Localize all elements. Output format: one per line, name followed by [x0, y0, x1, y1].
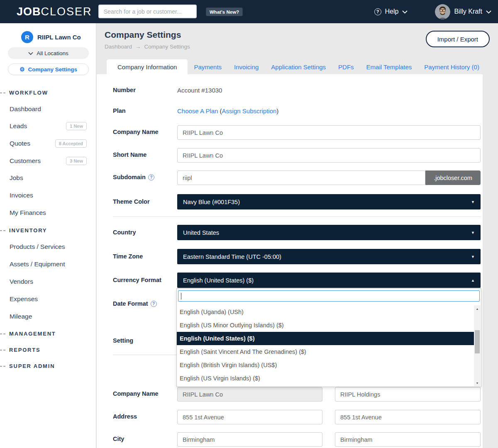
sidebar-item-invoices[interactable]: Invoices — [10, 192, 87, 199]
tab-invoicing[interactable]: Invoicing — [228, 59, 265, 74]
short-name-label: Short Name — [113, 151, 146, 158]
city-left-input[interactable] — [177, 432, 322, 447]
sidebar-section-super-admin[interactable]: SUPER ADMIN — [0, 363, 55, 369]
sidebar-section-workflow[interactable]: WORKFLOW — [0, 90, 48, 96]
tab-application-settings[interactable]: Application Settings — [265, 59, 332, 74]
company-settings-button[interactable]: ⚙ Company Settings — [8, 63, 89, 75]
text-cursor — [181, 293, 181, 299]
currency-format-label: Currency Format — [113, 277, 161, 283]
scroll-up-icon[interactable]: ▲ — [474, 305, 481, 312]
caret-down-icon: ▼ — [471, 255, 475, 259]
caret-down-icon: ▼ — [471, 200, 475, 204]
tab-payment-history[interactable]: Payment History (0) — [418, 59, 486, 74]
caret-down-icon: ▼ — [471, 231, 475, 235]
theme-color-select[interactable]: Navy Blue (#001F35) ▼ — [177, 194, 481, 209]
section-dash-icon — [0, 350, 5, 351]
user-menu[interactable]: Billy Kraft — [435, 4, 491, 19]
sidebar-item-my-finances[interactable]: My Finances — [10, 209, 87, 217]
sidebar-item-assets-equipment[interactable]: Assets / Equipment — [10, 261, 87, 268]
tab-bar: Company Information Payments Invoicing A… — [107, 59, 486, 74]
all-locations-label: All Locations — [37, 50, 68, 56]
leads-badge: 1 New — [66, 122, 87, 130]
import-export-button[interactable]: Import / Export — [426, 31, 490, 47]
customers-badge: 3 New — [66, 157, 87, 165]
tab-payments[interactable]: Payments — [188, 59, 228, 74]
whats-new-button[interactable]: What's New? — [206, 7, 243, 16]
time-zone-select[interactable]: Eastern Standard Time (UTC -05:00) ▼ — [177, 249, 481, 264]
currency-format-select[interactable]: English (United States) ($) ▲ — [177, 273, 481, 288]
currency-dropdown-panel: English (Uganda) (USh) English (US Minor… — [176, 288, 481, 387]
help-icon: ? — [374, 8, 381, 15]
company-name-right-input[interactable] — [335, 387, 481, 402]
tab-pdfs[interactable]: PDFs — [332, 59, 360, 74]
company-name-input[interactable] — [177, 125, 481, 140]
company-name-2-label: Company Name — [113, 390, 159, 397]
currency-option-selected[interactable]: English (United States) ($) — [177, 332, 474, 345]
sidebar-item-dashboard[interactable]: Dashboard — [10, 105, 87, 113]
scrollbar-thumb[interactable] — [475, 330, 480, 353]
app-logo[interactable]: JOBCLOSER — [17, 5, 92, 18]
tab-company-information[interactable]: Company Information — [107, 59, 188, 74]
sidebar-company[interactable]: R RIIPL Lawn Co — [21, 31, 81, 43]
currency-option-list: English (Uganda) (USh) English (US Minor… — [177, 305, 474, 387]
sidebar-item-leads[interactable]: Leads 1 New — [10, 122, 87, 130]
country-select[interactable]: United States ▼ — [177, 225, 481, 240]
subdomain-suffix: .jobcloser.com — [425, 170, 481, 185]
country-label: Country — [113, 229, 136, 236]
breadcrumb-arrow-icon: → — [135, 44, 141, 50]
currency-dropdown-search-input[interactable] — [178, 290, 480, 302]
currency-option[interactable]: English (US Minor Outlying Islands) ($) — [177, 319, 474, 332]
sidebar-item-expenses[interactable]: Expenses — [10, 295, 87, 303]
chevron-down-icon — [486, 8, 491, 15]
gear-icon: ⚙ — [20, 66, 25, 72]
currency-option[interactable]: English (Uganda) (USh) — [177, 305, 474, 319]
logo-light: CLOSER — [41, 5, 92, 18]
scroll-down-icon[interactable]: ▼ — [474, 380, 481, 386]
subdomain-label: Subdomain ? — [113, 174, 154, 180]
sidebar-item-jobs[interactable]: Jobs — [10, 174, 87, 182]
subdomain-input[interactable] — [177, 170, 425, 185]
help-menu[interactable]: ? Help — [374, 8, 408, 15]
dropdown-scrollbar[interactable]: ▲ ▼ — [474, 305, 481, 386]
sidebar-item-mileage[interactable]: Mileage — [10, 313, 87, 320]
main-content: Company Settings Dashboard → Company Set… — [97, 23, 498, 448]
chevron-down-icon — [28, 50, 33, 56]
page-title: Company Settings — [105, 30, 181, 40]
address-right-input[interactable] — [335, 410, 481, 424]
currency-option[interactable]: English (British Virgin Islands) (US$) — [177, 358, 474, 372]
company-name-label: Company Name — [113, 129, 159, 135]
section-dash-icon — [0, 366, 5, 367]
sidebar-section-reports[interactable]: REPORTS — [0, 347, 40, 353]
date-format-help-icon[interactable]: ? — [151, 301, 157, 307]
chevron-down-icon — [402, 8, 408, 15]
all-locations-button[interactable]: All Locations — [8, 47, 89, 59]
theme-color-label: Theme Color — [113, 198, 150, 205]
assign-subscription-link[interactable]: Assign Subscription — [222, 107, 277, 114]
company-name-left-input — [177, 387, 322, 402]
sidebar-item-quotes[interactable]: Quotes 8 Accepted — [10, 139, 87, 148]
breadcrumb: Dashboard → Company Settings — [105, 44, 190, 50]
section-dash-icon — [0, 334, 5, 334]
company-information-panel: Number Account #13030 Plan Choose A Plan… — [97, 74, 483, 448]
choose-a-plan-link[interactable]: Choose A Plan — [177, 107, 218, 114]
search-input[interactable] — [98, 5, 197, 18]
sidebar-item-vendors[interactable]: Vendors — [10, 278, 87, 285]
currency-option[interactable]: English (Saint Vincent And The Grenadine… — [177, 345, 474, 358]
sidebar-item-products-services[interactable]: Products / Services — [10, 243, 87, 251]
section-dash-icon — [0, 230, 5, 231]
date-format-label: Date Format ? — [113, 300, 157, 307]
tab-email-templates[interactable]: Email Templates — [360, 59, 418, 74]
sidebar-section-inventory[interactable]: INVENTORY — [0, 227, 47, 234]
breadcrumb-dashboard[interactable]: Dashboard — [105, 44, 132, 50]
sidebar-section-management[interactable]: MANAGEMENT — [0, 331, 56, 337]
user-avatar — [435, 4, 450, 19]
address-label: Address — [113, 413, 137, 420]
currency-option[interactable]: English (US Virgin Islands) ($) — [177, 372, 474, 385]
subdomain-help-icon[interactable]: ? — [148, 174, 154, 180]
address-left-input[interactable] — [177, 410, 322, 424]
city-right-input[interactable] — [335, 432, 481, 447]
city-label: City — [113, 436, 124, 442]
plan-label: Plan — [113, 107, 126, 114]
short-name-input[interactable] — [177, 148, 481, 163]
sidebar-item-customers[interactable]: Customers 3 New — [10, 157, 87, 165]
